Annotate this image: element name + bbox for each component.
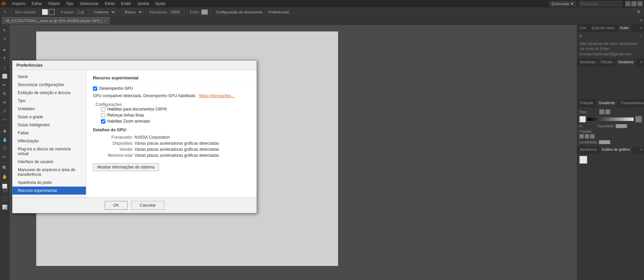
dialog-title: Preferências [16,63,43,68]
nav-aparencia-preto[interactable]: Aparência do preto [12,179,86,187]
preferences-dialog: Preferências Geral Sincronizar configura… [12,60,257,213]
versao-key: Versão: [93,147,133,152]
refinar-checkbox-row: Reforçar linhas finas [101,113,250,118]
cancel-button[interactable]: Cancelar [131,201,164,210]
fornecedor-row: Fornecedor: NVIDIA Corporation [93,135,250,140]
nav-guias-grade[interactable]: Guias e grade [12,113,86,121]
config-label: Configurações: [96,102,123,107]
nav-exibicao[interactable]: Exibição de seleção e âncora [12,89,86,97]
gpu-status-text: GPU compatível detectada. Desempenho GPU… [93,93,197,98]
dialog-body: Geral Sincronizar configurações Exibição… [12,70,257,197]
dialog-title-bar: Preferências [12,61,257,70]
zoom-label: Habilitar Zoom animado [107,119,150,124]
gpu-check-label: Desempenho GPU [99,86,133,91]
nav-unidades[interactable]: Unidades [12,105,86,113]
versao-row: Versão: Várias placas aceleradoras gráfi… [93,147,250,152]
nav-tipo[interactable]: Tipo [12,97,86,105]
zoom-checkbox-row: Habilitar Zoom animado [101,119,250,124]
gpu-status-row: GPU compatível detectada. Desempenho GPU… [93,93,250,98]
nav-manuseio[interactable]: Manuseio de arquivos e área de transferê… [12,166,86,179]
nav-guias-inteligentes[interactable]: Guias inteligentes [12,121,86,129]
fornecedor-value: NVIDIA Corporation [135,135,170,140]
zoom-checkbox[interactable] [101,119,105,124]
fornecedor-key: Fornecedor: [93,135,133,140]
refinar-checkbox[interactable] [101,113,105,118]
dispositivo-value: Várias placas aceleradoras gráficas dete… [135,141,219,146]
more-info-link[interactable]: Mais Informações... [199,93,234,98]
cmyk-checkbox[interactable] [101,107,105,112]
refinar-label: Reforçar linhas finas [107,113,144,118]
nav-recurso-experimental[interactable]: Recurso experimental [12,187,86,195]
dialog-nav: Geral Sincronizar configurações Exibição… [12,70,86,197]
cmyk-checkbox-row: Habilitar para documentos CMYK [101,107,250,112]
dialog-content: Recurso experimental Desempenho GPU GPU … [86,70,257,197]
dispositivo-row: Dispositivo: Várias placas aceleradoras … [93,141,250,146]
nav-geral[interactable]: Geral [12,73,86,81]
cmyk-label: Habilitar para documentos CMYK [107,107,167,112]
versao-value: Várias placas aceleradoras gráficas dete… [135,147,219,152]
dispositivo-key: Dispositivo: [93,141,133,146]
memoria-row: Memória total: Várias placas aceleradora… [93,153,250,158]
ok-button[interactable]: OK [105,201,127,210]
nav-interface[interactable]: Interface de usuário [12,158,86,166]
memoria-key: Memória total: [93,153,133,158]
nav-hifenizacao[interactable]: Hifenização [12,137,86,145]
memoria-value: Várias placas aceleradoras gráficas dete… [135,153,219,158]
details-section: Detalhes do GPU: Fornecedor: NVIDIA Corp… [93,128,250,171]
nav-fatias[interactable]: Fatias [12,129,86,137]
details-title: Detalhes do GPU: [93,128,250,132]
gpu-check-row: Desempenho GPU [93,86,250,91]
system-info-button[interactable]: Mostrar informações do sistema [93,163,159,171]
nav-sincronizar[interactable]: Sincronizar configurações [12,81,86,89]
nav-plugins[interactable]: Plug-ins e discos de memória virtual [12,145,86,158]
gpu-check-input[interactable] [93,86,97,91]
dialog-section-title: Recurso experimental [93,75,250,82]
config-section: Configurações: Habilitar para documentos… [96,102,250,124]
dialog-footer: OK Cancelar [12,197,257,213]
dialog-overlay: Preferências Geral Sincronizar configura… [0,0,644,280]
